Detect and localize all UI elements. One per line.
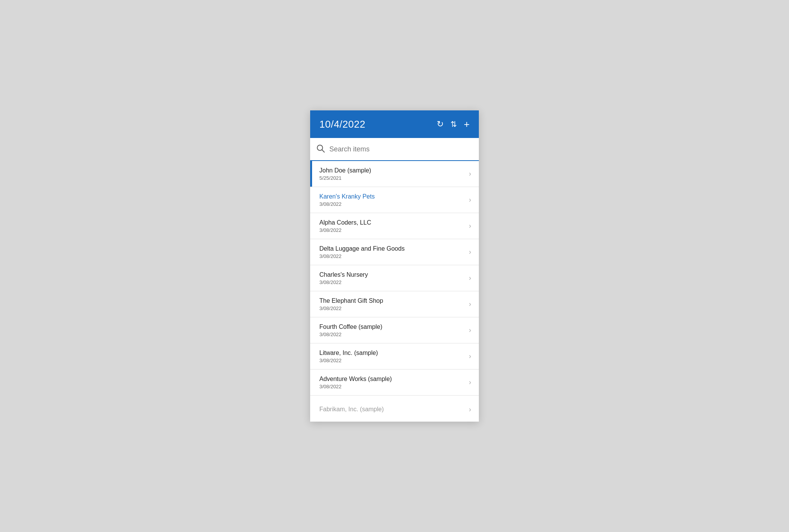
list-item[interactable]: John Doe (sample) 5/25/2021 › <box>310 161 479 187</box>
chevron-right-icon: › <box>469 222 471 230</box>
chevron-right-icon: › <box>469 326 471 334</box>
list-item-content: John Doe (sample) 5/25/2021 <box>319 167 371 181</box>
item-date: 3/08/2022 <box>319 253 404 259</box>
header-actions: ↻ ⇅ + <box>437 119 470 129</box>
list-item-content: Fabrikam, Inc. (sample) <box>319 406 384 413</box>
list-item[interactable]: Charles's Nursery 3/08/2022 › <box>310 265 479 291</box>
list-item-content: Fourth Coffee (sample) 3/08/2022 <box>319 323 382 337</box>
phone-container: 10/4/2022 ↻ ⇅ + John Doe (sample) 5/25/2… <box>310 110 479 422</box>
list-item-content: Adventure Works (sample) 3/08/2022 <box>319 376 392 389</box>
list-item[interactable]: Fourth Coffee (sample) 3/08/2022 › <box>310 317 479 343</box>
header: 10/4/2022 ↻ ⇅ + <box>310 110 479 138</box>
item-date: 5/25/2021 <box>319 175 371 181</box>
list-item-content: Alpha Coders, LLC 3/08/2022 <box>319 219 371 233</box>
chevron-right-icon: › <box>469 274 471 282</box>
item-date: 3/08/2022 <box>319 358 378 363</box>
item-name: Fabrikam, Inc. (sample) <box>319 406 384 413</box>
item-name: Alpha Coders, LLC <box>319 219 371 226</box>
list-item-content: The Elephant Gift Shop 3/08/2022 <box>319 297 383 311</box>
list-item[interactable]: Alpha Coders, LLC 3/08/2022 › <box>310 213 479 239</box>
item-date: 3/08/2022 <box>319 332 382 337</box>
item-date: 3/08/2022 <box>319 279 368 285</box>
list-item-content: Charles's Nursery 3/08/2022 <box>319 271 368 285</box>
sort-icon[interactable]: ⇅ <box>450 120 457 128</box>
chevron-right-icon: › <box>469 378 471 386</box>
chevron-right-icon: › <box>469 352 471 360</box>
add-icon[interactable]: + <box>464 119 470 129</box>
list-item[interactable]: Karen's Kranky Pets 3/08/2022 › <box>310 187 479 213</box>
search-icon <box>316 144 325 154</box>
item-name: Adventure Works (sample) <box>319 376 392 383</box>
item-name: Fourth Coffee (sample) <box>319 323 382 330</box>
item-date: 3/08/2022 <box>319 201 375 207</box>
chevron-right-icon: › <box>469 300 471 308</box>
list-item[interactable]: Litware, Inc. (sample) 3/08/2022 › <box>310 343 479 369</box>
item-name: John Doe (sample) <box>319 167 371 174</box>
item-date: 3/08/2022 <box>319 227 371 233</box>
chevron-right-icon: › <box>469 406 471 414</box>
list-item[interactable]: Adventure Works (sample) 3/08/2022 › <box>310 369 479 396</box>
list-item-content: Karen's Kranky Pets 3/08/2022 <box>319 193 375 207</box>
search-bar <box>310 138 479 161</box>
refresh-icon[interactable]: ↻ <box>437 120 444 128</box>
chevron-right-icon: › <box>469 248 471 256</box>
item-name: Karen's Kranky Pets <box>319 193 375 200</box>
list-item[interactable]: The Elephant Gift Shop 3/08/2022 › <box>310 291 479 317</box>
item-date: 3/08/2022 <box>319 305 383 311</box>
chevron-right-icon: › <box>469 196 471 204</box>
item-name: The Elephant Gift Shop <box>319 297 383 304</box>
item-name: Charles's Nursery <box>319 271 368 278</box>
header-title: 10/4/2022 <box>319 118 365 130</box>
list-item-content: Litware, Inc. (sample) 3/08/2022 <box>319 350 378 363</box>
svg-line-1 <box>322 150 324 152</box>
item-name: Litware, Inc. (sample) <box>319 350 378 356</box>
list-item[interactable]: Fabrikam, Inc. (sample) › <box>310 396 479 422</box>
search-input[interactable] <box>329 145 473 153</box>
items-list: John Doe (sample) 5/25/2021 › Karen's Kr… <box>310 161 479 422</box>
item-name: Delta Luggage and Fine Goods <box>319 245 404 252</box>
list-item[interactable]: Delta Luggage and Fine Goods 3/08/2022 › <box>310 239 479 265</box>
chevron-right-icon: › <box>469 170 471 178</box>
list-item-content: Delta Luggage and Fine Goods 3/08/2022 <box>319 245 404 259</box>
item-date: 3/08/2022 <box>319 384 392 389</box>
